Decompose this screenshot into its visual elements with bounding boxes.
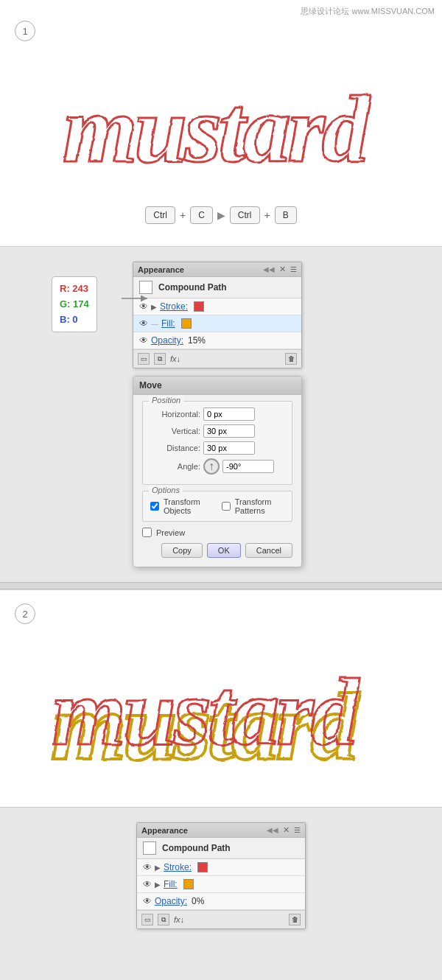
section1: 1 mustard Ctrl + C ▶ Ctrl + B <box>0 0 442 247</box>
options-group: Options Transform Objects Transform Patt… <box>142 491 292 522</box>
fx-label-2[interactable]: fx↓ <box>174 915 184 924</box>
panel-title-1: Appearance <box>138 265 184 274</box>
opacity-value-2: 0% <box>192 896 204 906</box>
dialog-buttons: Copy OK Cancel <box>142 543 292 561</box>
appearance-panel-1: Appearance ◀◀ ✕ ☰ Compound Path <box>133 262 302 368</box>
duplicate-icon-2[interactable]: ⧉ <box>158 914 169 925</box>
opacity-label-1[interactable]: Opacity: <box>151 335 183 346</box>
expand-icon-stroke-1[interactable]: ▶ <box>151 303 157 311</box>
new-layer-icon[interactable]: ▭ <box>138 353 150 365</box>
panel-close-icon-2[interactable]: ✕ <box>283 825 290 835</box>
transform-patterns-label: Transform Patterns <box>235 497 284 515</box>
fill-swatch-1 <box>181 318 192 329</box>
panel-menu-icon[interactable]: ☰ <box>290 265 297 273</box>
divider-1 <box>0 582 442 589</box>
duplicate-icon[interactable]: ⧉ <box>154 353 166 365</box>
transform-patterns-checkbox[interactable] <box>222 502 231 511</box>
new-layer-icon-2[interactable]: ▭ <box>141 914 153 925</box>
panel-titlebar-left: Appearance <box>138 265 184 274</box>
shortcuts-row: Ctrl + C ▶ Ctrl + B <box>0 206 442 224</box>
panel-menu-icon-2[interactable]: ☰ <box>294 826 301 834</box>
angle-wheel[interactable]: ↑ <box>203 458 220 475</box>
expand-icon-fill-2[interactable]: ▶ <box>155 881 161 889</box>
angle-input[interactable] <box>222 460 274 473</box>
vertical-input[interactable] <box>203 424 255 438</box>
stroke-label-2[interactable]: Stroke: <box>164 862 192 872</box>
appearance-header-1: Compound Path <box>133 277 301 298</box>
connector-line <box>122 291 151 313</box>
arrow: ▶ <box>217 209 225 221</box>
expand-icon-fill-1: — <box>151 320 158 328</box>
eye-icon-fill-2[interactable]: 👁 <box>143 879 152 889</box>
panel-expand-icon[interactable]: ◀◀ <box>263 265 275 273</box>
color-b: B: 0 <box>60 312 89 328</box>
horizontal-row: Horizontal: <box>150 407 284 421</box>
plus2: + <box>264 209 270 221</box>
delete-icon[interactable]: 🗑 <box>285 353 297 365</box>
art-area-2: mustard mustard <box>0 630 442 792</box>
mustard-art-1: mustard <box>48 55 394 187</box>
panel-titlebar-2: Appearance ◀◀ ✕ ☰ <box>137 823 305 838</box>
b-key: B <box>275 206 297 224</box>
color-badge: R: 243 G: 174 B: 0 <box>52 276 97 332</box>
ctrl2-key: Ctrl <box>230 206 260 224</box>
distance-label: Distance: <box>150 444 200 452</box>
compound-path-label-1: Compound Path <box>158 282 227 293</box>
angle-label: Angle: <box>150 462 200 471</box>
opacity-label-2[interactable]: Opacity: <box>155 896 187 906</box>
panel-controls[interactable]: ◀◀ ✕ ☰ <box>263 265 297 274</box>
color-g: G: 174 <box>60 297 89 312</box>
stroke-label-1[interactable]: Stroke: <box>160 301 188 312</box>
opacity-row-2: 👁 Opacity: 0% <box>137 893 305 910</box>
mustard-art-2: mustard mustard <box>37 637 405 785</box>
options-title: Options <box>149 486 183 494</box>
section2: 2 mustard mustard <box>0 589 442 808</box>
eye-icon-fill-1[interactable]: 👁 <box>139 318 148 329</box>
vertical-label: Vertical: <box>150 427 200 435</box>
fill-label-2[interactable]: Fill: <box>164 879 178 889</box>
copy-button[interactable]: Copy <box>161 543 203 558</box>
distance-input[interactable] <box>203 441 255 455</box>
panel-close-icon[interactable]: ✕ <box>279 265 286 274</box>
eye-icon-opacity-1[interactable]: 👁 <box>139 335 148 346</box>
transform-objects-row: Transform Objects Transform Patterns <box>150 497 284 515</box>
stroke-swatch-2 <box>197 862 208 872</box>
panel-area-1: R: 243 G: 174 B: 0 A <box>0 247 442 582</box>
art-area-1: mustard <box>0 47 442 195</box>
ctrl1-key: Ctrl <box>145 206 175 224</box>
ok-button[interactable]: OK <box>207 543 241 558</box>
color-r: R: 243 <box>60 281 89 297</box>
position-title: Position <box>149 396 183 405</box>
transform-objects-checkbox[interactable] <box>150 502 159 511</box>
svg-text:mustard: mustard <box>63 76 371 182</box>
position-group: Position Horizontal: Vertical: Distance: <box>142 401 292 485</box>
eye-icon-opacity-2[interactable]: 👁 <box>143 896 152 906</box>
watermark: 思绿设计论坛 www.MISSVUAN.COM <box>301 6 435 17</box>
step-number-1: 1 <box>15 21 35 41</box>
angle-row: Angle: ↑ <box>150 458 284 475</box>
svg-text:mustard: mustard <box>52 659 360 765</box>
panel-title-2: Appearance <box>141 826 188 835</box>
transform-objects-label: Transform Objects <box>164 497 211 515</box>
panel-expand-icon-2[interactable]: ◀◀ <box>267 826 278 834</box>
horizontal-label: Horizontal: <box>150 410 200 419</box>
fill-swatch-2 <box>183 879 194 889</box>
eye-icon-stroke-2[interactable]: 👁 <box>143 862 152 872</box>
panel-titlebar-1: Appearance ◀◀ ✕ ☰ <box>133 262 301 277</box>
fx-label-1[interactable]: fx↓ <box>170 354 180 363</box>
fill-label-1[interactable]: Fill: <box>161 318 175 329</box>
delete-icon-2[interactable]: 🗑 <box>289 914 301 925</box>
stroke-row-1: 👁 ▶ Stroke: <box>133 298 301 315</box>
panel-footer-1: ▭ ⧉ fx↓ 🗑 <box>133 349 301 368</box>
preview-checkbox[interactable] <box>142 528 152 537</box>
panel-controls-2[interactable]: ◀◀ ✕ ☰ <box>267 825 301 835</box>
stroke-swatch-1 <box>194 301 204 312</box>
horizontal-input[interactable] <box>203 407 255 421</box>
stroke-row-2: 👁 ▶ Stroke: <box>137 859 305 876</box>
plus1: + <box>180 209 186 221</box>
expand-icon-stroke-2[interactable]: ▶ <box>155 864 161 872</box>
preview-label: Preview <box>156 528 185 537</box>
compound-path-label-2: Compound Path <box>162 843 231 853</box>
cancel-button[interactable]: Cancel <box>245 543 292 558</box>
preview-row: Preview <box>142 528 292 537</box>
